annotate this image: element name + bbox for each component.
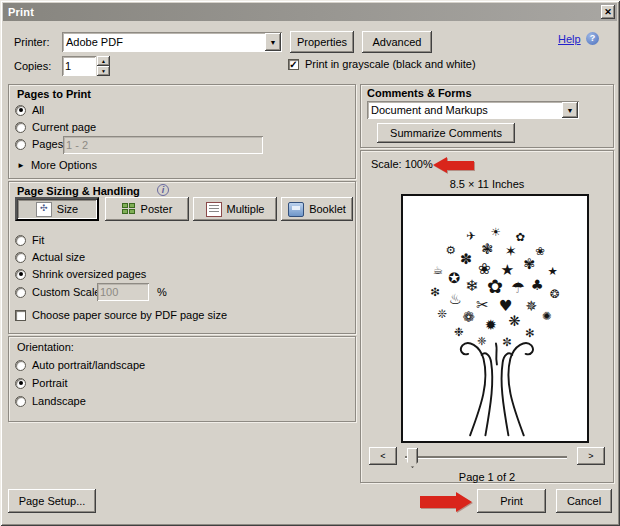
percent-label: % bbox=[157, 286, 167, 298]
radio-icon bbox=[15, 139, 26, 150]
svg-text:⚙: ⚙ bbox=[446, 243, 456, 257]
radio-custom-scale[interactable]: Custom Scale: bbox=[15, 286, 104, 298]
radio-custom-label: Custom Scale: bbox=[32, 286, 104, 298]
comments-forms-group: Comments & Forms Document and Markups ▼ … bbox=[360, 84, 614, 148]
booklet-icon bbox=[288, 202, 304, 217]
radio-selected-icon bbox=[15, 269, 26, 280]
svg-text:★: ★ bbox=[500, 261, 514, 279]
svg-text:❁: ❁ bbox=[463, 309, 475, 325]
svg-text:♣: ♣ bbox=[531, 277, 544, 293]
radio-portrait-label: Portrait bbox=[32, 377, 67, 389]
window-title: Print bbox=[8, 6, 34, 18]
spin-up-icon[interactable]: ▲ bbox=[97, 56, 110, 66]
svg-text:★: ★ bbox=[547, 264, 557, 278]
svg-text:✂: ✂ bbox=[476, 296, 489, 314]
svg-text:✾: ✾ bbox=[523, 256, 535, 272]
checkbox-checked-icon: ✓ bbox=[288, 59, 299, 70]
printer-label: Printer: bbox=[14, 36, 49, 48]
radio-icon bbox=[15, 122, 26, 133]
svg-text:❀: ❀ bbox=[478, 260, 491, 278]
booklet-button-label: Booklet bbox=[309, 203, 346, 215]
booklet-mode-button[interactable]: Booklet bbox=[281, 197, 353, 221]
radio-fit-label: Fit bbox=[32, 234, 44, 246]
comments-forms-select[interactable]: Document and Markups ▼ bbox=[367, 101, 579, 119]
radio-current-page[interactable]: Current page bbox=[15, 121, 96, 133]
help-link[interactable]: Help bbox=[558, 33, 581, 45]
print-annotation-arrow-icon bbox=[420, 492, 472, 512]
titlebar: Print ✕ bbox=[3, 3, 617, 21]
svg-text:✶: ✶ bbox=[505, 243, 517, 259]
help-icon[interactable]: ? bbox=[586, 32, 599, 45]
svg-text:✿: ✿ bbox=[487, 275, 503, 298]
svg-text:❇: ❇ bbox=[430, 285, 440, 299]
radio-all[interactable]: All bbox=[15, 104, 44, 116]
radio-icon bbox=[15, 235, 26, 246]
svg-text:✻: ✻ bbox=[525, 326, 535, 340]
poster-mode-button[interactable]: Poster bbox=[105, 197, 189, 221]
comments-forms-value: Document and Markups bbox=[367, 104, 561, 116]
chevron-down-icon[interactable]: ▼ bbox=[265, 33, 281, 51]
chevron-down-icon[interactable]: ▼ bbox=[562, 102, 578, 118]
radio-shrink-oversized[interactable]: Shrink oversized pages bbox=[15, 268, 146, 280]
svg-text:❈: ❈ bbox=[477, 334, 487, 348]
radio-icon bbox=[15, 287, 26, 298]
custom-scale-input[interactable] bbox=[97, 283, 149, 301]
svg-text:❉: ❉ bbox=[454, 325, 464, 339]
radio-selected-icon bbox=[15, 378, 26, 389]
radio-auto-label: Auto portrait/landscape bbox=[32, 359, 145, 371]
page-slider-thumb[interactable] bbox=[407, 448, 418, 468]
radio-auto-orientation[interactable]: Auto portrait/landscape bbox=[15, 359, 145, 371]
svg-text:✪: ✪ bbox=[448, 270, 460, 286]
cancel-button[interactable]: Cancel bbox=[556, 489, 612, 513]
radio-fit[interactable]: Fit bbox=[15, 234, 44, 246]
multiple-mode-button[interactable]: Multiple bbox=[193, 197, 277, 221]
advanced-button[interactable]: Advanced bbox=[362, 31, 432, 53]
svg-text:✺: ✺ bbox=[542, 309, 552, 323]
scale-readout: Scale: 100% bbox=[371, 158, 433, 170]
close-icon: ✕ bbox=[604, 8, 612, 17]
svg-text:❃: ❃ bbox=[481, 241, 493, 257]
paper-source-checkbox-row[interactable]: Choose paper source by PDF page size bbox=[15, 309, 227, 321]
page-setup-button[interactable]: Page Setup... bbox=[8, 489, 96, 513]
checkbox-icon bbox=[15, 310, 26, 321]
preview-group: Scale: 100% 8.5 × 11 Inches ✿❀★☂♥✂❄✾♣✵❋✹… bbox=[360, 150, 614, 483]
size-mode-button[interactable]: ✣ Size bbox=[15, 197, 99, 221]
spin-down-icon[interactable]: ▼ bbox=[97, 66, 110, 76]
next-page-button[interactable]: > bbox=[577, 447, 605, 465]
radio-portrait[interactable]: Portrait bbox=[15, 377, 67, 389]
paper-size-label: 8.5 × 11 Inches bbox=[361, 178, 613, 190]
radio-selected-icon bbox=[15, 105, 26, 116]
radio-landscape[interactable]: Landscape bbox=[15, 395, 86, 407]
svg-text:☕: ☕ bbox=[433, 263, 443, 277]
grayscale-checkbox-row[interactable]: ✓ Print in grayscale (black and white) bbox=[288, 58, 476, 70]
radio-all-label: All bbox=[32, 104, 44, 116]
radio-actual-size[interactable]: Actual size bbox=[15, 251, 85, 263]
page-slider-track[interactable] bbox=[405, 456, 567, 458]
copies-label: Copies: bbox=[14, 60, 51, 72]
svg-text:♨: ♨ bbox=[449, 291, 462, 307]
multiple-button-label: Multiple bbox=[227, 203, 265, 215]
pages-range-input[interactable] bbox=[63, 136, 263, 154]
more-options-expander[interactable]: ► More Options bbox=[17, 159, 97, 171]
print-button[interactable]: Print bbox=[477, 489, 546, 513]
info-icon[interactable]: i bbox=[157, 184, 169, 196]
radio-icon bbox=[15, 396, 26, 407]
radio-pages[interactable]: Pages bbox=[15, 138, 63, 150]
printer-select[interactable]: Adobe PDF ▼ bbox=[62, 32, 282, 52]
radio-icon bbox=[15, 252, 26, 263]
properties-button[interactable]: Properties bbox=[290, 31, 354, 53]
close-button[interactable]: ✕ bbox=[601, 5, 615, 19]
pages-to-print-group: Pages to Print All Current page Pages ► … bbox=[8, 84, 356, 179]
pages-to-print-title: Pages to Print bbox=[17, 88, 91, 100]
preview-page-image: ✿❀★☂♥✂❄✾♣✵❋✹❁♨✪✽❃✶❂✺✻✼❈❉❊❇☕⚙✈☀✿❀★ bbox=[405, 198, 585, 439]
svg-text:✈: ✈ bbox=[466, 229, 476, 243]
expander-arrow-icon: ► bbox=[17, 161, 25, 170]
comments-forms-title: Comments & Forms bbox=[367, 87, 472, 99]
radio-actual-label: Actual size bbox=[32, 251, 85, 263]
summarize-comments-button[interactable]: Summarize Comments bbox=[377, 123, 515, 143]
prev-page-button[interactable]: < bbox=[369, 447, 397, 465]
printer-select-value: Adobe PDF bbox=[62, 36, 264, 48]
copies-input[interactable] bbox=[62, 56, 96, 76]
svg-text:✵: ✵ bbox=[525, 298, 537, 314]
svg-text:✽: ✽ bbox=[460, 251, 472, 267]
